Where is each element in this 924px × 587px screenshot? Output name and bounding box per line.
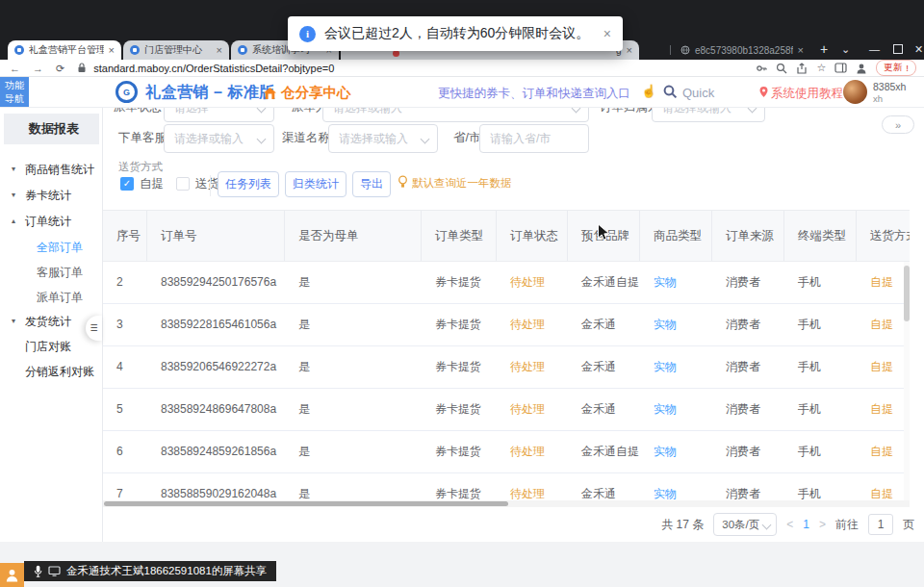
filter-select-channel-name[interactable]: 请选择或输入 xyxy=(328,124,438,153)
share-icon[interactable] xyxy=(796,63,808,74)
app-header: 功能 导航 G 礼盒营销 – 标准版 仓分享中心 更快捷的券卡、订单和快递查询入… xyxy=(0,77,924,108)
sidebar-item-service-orders[interactable]: 客服订单 xyxy=(0,261,103,284)
key-icon[interactable] xyxy=(756,63,767,74)
tab-close-icon[interactable]: × xyxy=(798,44,804,56)
sidebar-item-dispatch-orders[interactable]: 派单订单 xyxy=(0,286,103,309)
goto-page-input[interactable] xyxy=(868,514,893,535)
profile-icon[interactable] xyxy=(856,63,867,74)
sidebar-item-card-stats[interactable]: ▾ 券卡统计 xyxy=(0,184,103,207)
sidebar-item-store-reconcile[interactable]: 门店对账 xyxy=(0,335,103,358)
table-row: 7 83858859029162048a 是 券卡提货 待处理 金禾通 实物 消… xyxy=(103,473,910,500)
filter-expand-button[interactable]: » xyxy=(882,115,914,134)
cell-order-status: 待处理 xyxy=(497,431,568,472)
mouse-cursor xyxy=(597,223,611,242)
back-icon[interactable]: ← xyxy=(10,61,20,76)
col-order-source: 订单来源 xyxy=(712,211,784,261)
window-maximize-button[interactable] xyxy=(893,44,903,54)
side-panel-icon[interactable] xyxy=(834,63,847,73)
category-stats-button[interactable]: 归类统计 xyxy=(285,171,346,197)
cell-product-type[interactable]: 实物 xyxy=(640,473,712,500)
update-label: 更新 xyxy=(884,62,902,74)
default-query-tip: 默认查询近一年数据 xyxy=(412,176,512,191)
cell-order-source: 消费者 xyxy=(712,431,784,472)
window-minimize-button[interactable]: — xyxy=(869,43,880,55)
forward-icon[interactable]: → xyxy=(33,61,43,76)
main-content: 派单状态 请选择 派单人 请选择或输入 订单归属方 请选择或输入 » 下单客服 … xyxy=(103,108,924,542)
bookmark-star-icon[interactable]: ☆ xyxy=(816,63,826,73)
tab-favicon-icon xyxy=(14,45,24,55)
cell-delivery-method: 自提 xyxy=(857,262,910,303)
page-size-value: 30条/页 xyxy=(722,518,759,532)
sidebar-item-rebate-reconcile[interactable]: 分销返利对账 xyxy=(0,360,103,383)
horizontal-scrollbar-thumb[interactable] xyxy=(104,501,508,506)
cell-delivery-method: 自提 xyxy=(857,431,910,472)
reload-icon[interactable]: ⟳ xyxy=(56,61,64,76)
quick-search-label[interactable]: Quick xyxy=(682,86,714,100)
browser-tab[interactable]: e8c573980b1328a258fd2e618 × xyxy=(674,40,810,60)
page-size-select[interactable]: 30条/页 xyxy=(713,513,777,536)
export-button[interactable]: 导出 xyxy=(352,171,391,197)
tab-close-icon[interactable]: × xyxy=(217,44,222,56)
tab-close-icon[interactable]: × xyxy=(627,44,632,56)
sidebar-item-all-orders[interactable]: 全部订单 xyxy=(0,236,103,259)
province-city-input[interactable] xyxy=(479,124,589,153)
cell-product-type[interactable]: 实物 xyxy=(640,389,712,430)
cell-presale-brand: 金禾通 xyxy=(568,473,640,500)
chevron-up-icon: ▴ xyxy=(12,210,15,233)
cell-order-type: 券卡提货 xyxy=(422,389,497,430)
browser-update-button[interactable]: 更新 ! xyxy=(876,60,916,76)
tab-separator xyxy=(670,45,671,55)
current-page[interactable]: 1 xyxy=(803,518,809,531)
sidebar-item-product-sales[interactable]: ▾ 商品销售统计 xyxy=(0,158,103,181)
task-list-button[interactable]: 任务列表 xyxy=(218,171,279,197)
tab-search-chevron-icon[interactable]: ⌄ xyxy=(841,43,850,55)
cell-presale-brand: 金禾通自提 xyxy=(568,431,640,472)
tab-close-icon[interactable]: × xyxy=(109,44,115,56)
system-tutorial-link[interactable]: 系统使用教程 xyxy=(771,86,843,102)
function-nav-button[interactable]: 功能 导航 xyxy=(0,77,29,107)
checkbox-self-pickup-label: 自提 xyxy=(140,175,164,192)
cell-terminal-type: 手机 xyxy=(784,346,857,388)
filter-select-order-service[interactable]: 请选择或输入 xyxy=(164,124,274,153)
cell-order-no: 83858924859261856a xyxy=(147,431,285,472)
cell-product-type[interactable]: 实物 xyxy=(640,431,712,472)
user-avatar[interactable] xyxy=(843,80,867,104)
zoom-icon[interactable] xyxy=(776,63,787,74)
checkbox-self-pickup[interactable]: ✓ xyxy=(120,177,134,191)
quick-search-icon[interactable] xyxy=(663,85,678,99)
cell-is-parent: 是 xyxy=(285,389,422,430)
browser-tab[interactable]: 门店管理中心 × xyxy=(123,40,229,60)
cell-order-status: 待处理 xyxy=(497,389,568,430)
cell-product-type[interactable]: 实物 xyxy=(640,304,712,345)
urlbar-actions: ☆ 更新 ! xyxy=(756,60,916,76)
cell-order-type: 券卡提货 xyxy=(422,262,497,303)
url-text[interactable]: standard.maboy.cn/OrderStatisticsDetail?… xyxy=(93,63,334,74)
sidebar-item-order-stats[interactable]: ▴ 订单统计 xyxy=(0,210,103,233)
screen: 礼盒营销平台管理中心 × 门店管理中心 × 系统培训学习 × g × e8c57… xyxy=(0,0,924,587)
browser-tab-active[interactable]: 礼盒营销平台管理中心 × xyxy=(8,40,121,60)
table-row: 5 83858924869647808a 是 券卡提货 待处理 金禾通 实物 消… xyxy=(103,389,910,431)
globe-icon xyxy=(680,45,690,55)
cell-product-type[interactable]: 实物 xyxy=(640,262,712,303)
cell-presale-brand: 金禾通 xyxy=(568,346,640,388)
cell-delivery-method: 自提 xyxy=(857,473,910,500)
tab-title: e8c573980b1328a258fd2e618 xyxy=(695,45,793,56)
checkbox-delivery[interactable] xyxy=(176,177,190,191)
chevron-down-icon: ▾ xyxy=(12,158,15,181)
cell-presale-brand: 金禾通自提 xyxy=(568,262,640,303)
cell-product-type[interactable]: 实物 xyxy=(640,346,712,388)
col-terminal-type: 终端类型 xyxy=(784,211,857,261)
pointing-hand-icon: ☝ xyxy=(641,84,656,98)
share-center-link[interactable]: 仓分享中心 xyxy=(263,84,351,102)
select-placeholder: 请选择或输入 xyxy=(339,132,408,145)
vertical-scrollbar-thumb[interactable] xyxy=(904,266,910,321)
window-close-button[interactable]: ✕ xyxy=(914,43,923,55)
prev-page-button[interactable]: < xyxy=(786,518,793,531)
new-tab-button[interactable]: + xyxy=(820,41,828,57)
chevron-down-icon: ▾ xyxy=(12,184,15,207)
update-badge: ! xyxy=(906,63,909,73)
toast-close-icon[interactable]: × xyxy=(603,26,611,41)
next-page-button[interactable]: > xyxy=(819,518,826,531)
browser-urlbar: ← → ⟳ standard.maboy.cn/OrderStatisticsD… xyxy=(0,60,924,77)
person-icon xyxy=(5,568,19,582)
